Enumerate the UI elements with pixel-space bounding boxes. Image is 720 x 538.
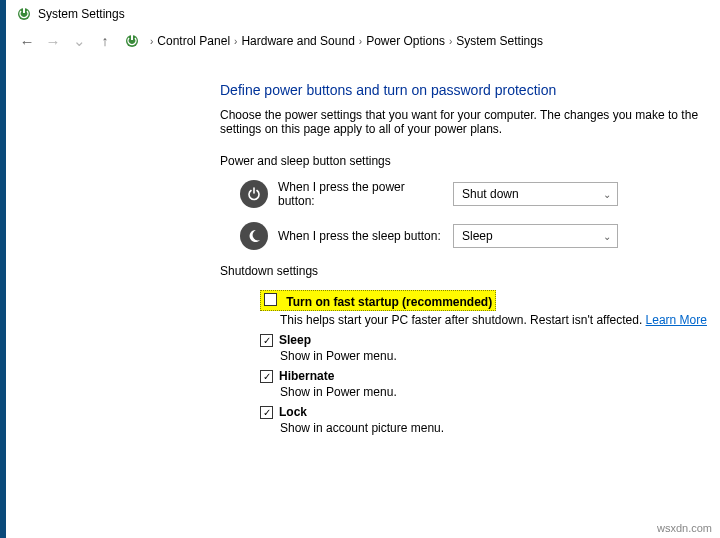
breadcrumb-item[interactable]: Control Panel [157, 34, 230, 48]
fast-startup-row: Turn on fast startup (recommended) [260, 290, 710, 311]
chevron-down-icon: ⌄ [603, 231, 611, 242]
chevron-right-icon[interactable]: › [359, 36, 362, 47]
power-button-label: When I press the power button: [278, 180, 443, 208]
chevron-right-icon[interactable]: › [449, 36, 452, 47]
shutdown-settings-heading: Shutdown settings [220, 264, 710, 278]
breadcrumb-item[interactable]: System Settings [456, 34, 543, 48]
chevron-right-icon[interactable]: › [150, 36, 153, 47]
fast-startup-desc: This helps start your PC faster after sh… [260, 313, 710, 327]
dropdown-value: Sleep [462, 229, 493, 243]
recent-locations-dropdown[interactable]: ⌄ [68, 30, 90, 52]
window-title-bar: System Settings [0, 0, 720, 26]
lock-checkbox[interactable] [260, 406, 273, 419]
sleep-button-label: When I press the sleep button: [278, 229, 443, 243]
chevron-down-icon: ⌄ [603, 189, 611, 200]
lock-option-desc: Show in account picture menu. [280, 421, 710, 435]
power-options-icon [16, 6, 32, 22]
lock-option-row: Lock [260, 405, 710, 419]
up-button[interactable]: ↑ [94, 30, 116, 52]
breadcrumb-item[interactable]: Hardware and Sound [241, 34, 354, 48]
back-button[interactable]: ← [16, 30, 38, 52]
sleep-option-label: Sleep [279, 333, 311, 347]
power-icon [240, 180, 268, 208]
window-title: System Settings [38, 7, 125, 21]
nav-bar: ← → ⌄ ↑ › Control Panel › Hardware and S… [0, 26, 720, 60]
sleep-option-row: Sleep [260, 333, 710, 347]
hibernate-option-label: Hibernate [279, 369, 334, 383]
breadcrumb-item[interactable]: Power Options [366, 34, 445, 48]
hibernate-option-desc: Show in Power menu. [280, 385, 710, 399]
sleep-option-desc: Show in Power menu. [280, 349, 710, 363]
svg-rect-1 [23, 8, 25, 13]
breadcrumb-icon [124, 33, 140, 49]
page-description: Choose the power settings that you want … [220, 108, 710, 136]
watermark: wsxdn.com [657, 522, 712, 534]
hibernate-checkbox[interactable] [260, 370, 273, 383]
svg-rect-3 [131, 35, 133, 40]
breadcrumb[interactable]: › Control Panel › Hardware and Sound › P… [150, 34, 543, 48]
learn-more-link[interactable]: Learn More [646, 313, 707, 327]
sleep-checkbox[interactable] [260, 334, 273, 347]
dropdown-value: Shut down [462, 187, 519, 201]
forward-button[interactable]: → [42, 30, 64, 52]
window-left-stripe [0, 0, 6, 538]
lock-option-label: Lock [279, 405, 307, 419]
button-settings-heading: Power and sleep button settings [220, 154, 710, 168]
power-button-dropdown[interactable]: Shut down ⌄ [453, 182, 618, 206]
moon-icon [240, 222, 268, 250]
chevron-right-icon[interactable]: › [234, 36, 237, 47]
hibernate-option-row: Hibernate [260, 369, 710, 383]
sleep-button-row: When I press the sleep button: Sleep ⌄ [240, 222, 710, 250]
sleep-button-dropdown[interactable]: Sleep ⌄ [453, 224, 618, 248]
fast-startup-label: Turn on fast startup (recommended) [286, 295, 492, 309]
content-area: Define power buttons and turn on passwor… [0, 60, 720, 451]
page-title: Define power buttons and turn on passwor… [220, 82, 710, 98]
fast-startup-checkbox[interactable] [264, 293, 277, 306]
power-button-row: When I press the power button: Shut down… [240, 180, 710, 208]
